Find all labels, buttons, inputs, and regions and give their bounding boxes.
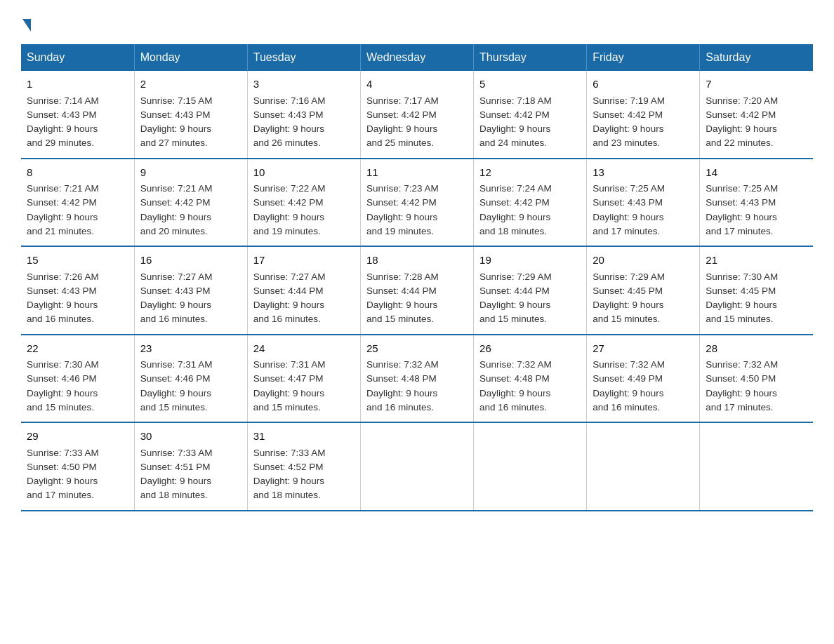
calendar-table: SundayMondayTuesdayWednesdayThursdayFrid… xyxy=(21,44,813,511)
day-info: Sunrise: 7:26 AMSunset: 4:43 PMDaylight:… xyxy=(27,271,99,325)
day-info: Sunrise: 7:32 AMSunset: 4:48 PMDaylight:… xyxy=(366,359,439,412)
calendar-cell: 27Sunrise: 7:32 AMSunset: 4:49 PMDayligh… xyxy=(587,335,700,423)
day-info: Sunrise: 7:30 AMSunset: 4:45 PMDaylight:… xyxy=(706,271,778,325)
calendar-cell: 21Sunrise: 7:30 AMSunset: 4:45 PMDayligh… xyxy=(700,246,813,335)
calendar-cell: 6Sunrise: 7:19 AMSunset: 4:42 PMDaylight… xyxy=(587,71,700,159)
day-number: 27 xyxy=(593,341,694,357)
calendar-cell: 24Sunrise: 7:31 AMSunset: 4:47 PMDayligh… xyxy=(247,335,360,423)
header-wednesday: Wednesday xyxy=(360,44,473,71)
day-info: Sunrise: 7:32 AMSunset: 4:49 PMDaylight:… xyxy=(593,359,665,412)
day-info: Sunrise: 7:20 AMSunset: 4:42 PMDaylight:… xyxy=(706,95,778,149)
day-info: Sunrise: 7:31 AMSunset: 4:46 PMDaylight:… xyxy=(140,359,213,412)
day-number: 3 xyxy=(253,76,355,93)
day-info: Sunrise: 7:23 AMSunset: 4:42 PMDaylight:… xyxy=(366,183,439,236)
day-info: Sunrise: 7:32 AMSunset: 4:50 PMDaylight:… xyxy=(706,359,778,412)
day-number: 1 xyxy=(27,76,128,93)
day-number: 13 xyxy=(593,165,694,181)
day-info: Sunrise: 7:30 AMSunset: 4:46 PMDaylight:… xyxy=(27,359,99,412)
calendar-cell: 12Sunrise: 7:24 AMSunset: 4:42 PMDayligh… xyxy=(474,159,587,247)
day-info: Sunrise: 7:28 AMSunset: 4:44 PMDaylight:… xyxy=(366,271,439,325)
calendar-cell: 10Sunrise: 7:22 AMSunset: 4:42 PMDayligh… xyxy=(247,159,360,247)
day-number: 26 xyxy=(479,341,581,357)
day-number: 18 xyxy=(366,253,468,269)
day-number: 20 xyxy=(593,253,694,269)
day-number: 24 xyxy=(253,341,355,357)
day-number: 22 xyxy=(27,341,128,357)
header-tuesday: Tuesday xyxy=(247,44,360,71)
day-info: Sunrise: 7:31 AMSunset: 4:47 PMDaylight:… xyxy=(253,359,326,412)
calendar-week-row: 1Sunrise: 7:14 AMSunset: 4:43 PMDaylight… xyxy=(21,71,813,159)
calendar-cell: 2Sunrise: 7:15 AMSunset: 4:43 PMDaylight… xyxy=(134,71,247,159)
day-info: Sunrise: 7:17 AMSunset: 4:42 PMDaylight:… xyxy=(366,95,439,149)
day-number: 10 xyxy=(253,165,355,181)
day-number: 8 xyxy=(27,165,128,181)
day-number: 25 xyxy=(366,341,468,357)
day-number: 19 xyxy=(479,253,581,269)
calendar-cell: 14Sunrise: 7:25 AMSunset: 4:43 PMDayligh… xyxy=(700,159,813,247)
day-info: Sunrise: 7:27 AMSunset: 4:44 PMDaylight:… xyxy=(253,271,326,325)
calendar-cell: 11Sunrise: 7:23 AMSunset: 4:42 PMDayligh… xyxy=(360,159,473,247)
calendar-cell: 26Sunrise: 7:32 AMSunset: 4:48 PMDayligh… xyxy=(474,335,587,423)
calendar-cell: 30Sunrise: 7:33 AMSunset: 4:51 PMDayligh… xyxy=(134,422,247,511)
calendar-cell: 13Sunrise: 7:25 AMSunset: 4:43 PMDayligh… xyxy=(587,159,700,247)
calendar-cell: 3Sunrise: 7:16 AMSunset: 4:43 PMDaylight… xyxy=(247,71,360,159)
day-number: 11 xyxy=(366,165,468,181)
calendar-week-row: 22Sunrise: 7:30 AMSunset: 4:46 PMDayligh… xyxy=(21,335,813,423)
calendar-cell: 5Sunrise: 7:18 AMSunset: 4:42 PMDaylight… xyxy=(474,71,587,159)
calendar-cell: 23Sunrise: 7:31 AMSunset: 4:46 PMDayligh… xyxy=(134,335,247,423)
logo-arrow-icon xyxy=(22,19,31,32)
day-info: Sunrise: 7:19 AMSunset: 4:42 PMDaylight:… xyxy=(593,95,665,149)
calendar-cell: 19Sunrise: 7:29 AMSunset: 4:44 PMDayligh… xyxy=(474,246,587,335)
day-info: Sunrise: 7:15 AMSunset: 4:43 PMDaylight:… xyxy=(140,95,213,149)
day-number: 14 xyxy=(706,165,807,181)
day-number: 15 xyxy=(27,253,128,269)
day-info: Sunrise: 7:25 AMSunset: 4:43 PMDaylight:… xyxy=(706,183,778,236)
day-info: Sunrise: 7:21 AMSunset: 4:42 PMDaylight:… xyxy=(27,183,99,236)
day-number: 16 xyxy=(140,253,241,269)
day-info: Sunrise: 7:16 AMSunset: 4:43 PMDaylight:… xyxy=(253,95,326,149)
day-number: 6 xyxy=(593,76,694,93)
calendar-cell: 25Sunrise: 7:32 AMSunset: 4:48 PMDayligh… xyxy=(360,335,473,423)
calendar-cell xyxy=(700,422,813,511)
calendar-cell: 1Sunrise: 7:14 AMSunset: 4:43 PMDaylight… xyxy=(21,71,134,159)
day-info: Sunrise: 7:32 AMSunset: 4:48 PMDaylight:… xyxy=(479,359,552,412)
calendar-cell: 7Sunrise: 7:20 AMSunset: 4:42 PMDaylight… xyxy=(700,71,813,159)
calendar-cell: 22Sunrise: 7:30 AMSunset: 4:46 PMDayligh… xyxy=(21,335,134,423)
header-saturday: Saturday xyxy=(700,44,813,71)
calendar-cell: 8Sunrise: 7:21 AMSunset: 4:42 PMDaylight… xyxy=(21,159,134,247)
calendar-cell xyxy=(474,422,587,511)
calendar-week-row: 8Sunrise: 7:21 AMSunset: 4:42 PMDaylight… xyxy=(21,159,813,247)
day-info: Sunrise: 7:33 AMSunset: 4:52 PMDaylight:… xyxy=(253,448,326,501)
calendar-cell: 18Sunrise: 7:28 AMSunset: 4:44 PMDayligh… xyxy=(360,246,473,335)
day-info: Sunrise: 7:27 AMSunset: 4:43 PMDaylight:… xyxy=(140,271,213,325)
day-number: 23 xyxy=(140,341,241,357)
day-info: Sunrise: 7:14 AMSunset: 4:43 PMDaylight:… xyxy=(27,95,99,149)
calendar-cell: 28Sunrise: 7:32 AMSunset: 4:50 PMDayligh… xyxy=(700,335,813,423)
day-info: Sunrise: 7:24 AMSunset: 4:42 PMDaylight:… xyxy=(479,183,552,236)
calendar-cell: 16Sunrise: 7:27 AMSunset: 4:43 PMDayligh… xyxy=(134,246,247,335)
day-number: 29 xyxy=(27,429,128,445)
calendar-cell: 4Sunrise: 7:17 AMSunset: 4:42 PMDaylight… xyxy=(360,71,473,159)
day-number: 7 xyxy=(706,76,807,93)
day-number: 30 xyxy=(140,429,241,445)
day-info: Sunrise: 7:33 AMSunset: 4:50 PMDaylight:… xyxy=(27,448,99,501)
day-info: Sunrise: 7:25 AMSunset: 4:43 PMDaylight:… xyxy=(593,183,665,236)
calendar-cell: 15Sunrise: 7:26 AMSunset: 4:43 PMDayligh… xyxy=(21,246,134,335)
day-number: 9 xyxy=(140,165,241,181)
day-info: Sunrise: 7:29 AMSunset: 4:45 PMDaylight:… xyxy=(593,271,665,325)
calendar-cell: 31Sunrise: 7:33 AMSunset: 4:52 PMDayligh… xyxy=(247,422,360,511)
day-number: 2 xyxy=(140,76,241,93)
day-info: Sunrise: 7:33 AMSunset: 4:51 PMDaylight:… xyxy=(140,448,213,501)
calendar-week-row: 15Sunrise: 7:26 AMSunset: 4:43 PMDayligh… xyxy=(21,246,813,335)
page-header xyxy=(21,14,813,30)
logo xyxy=(21,14,32,30)
calendar-cell: 20Sunrise: 7:29 AMSunset: 4:45 PMDayligh… xyxy=(587,246,700,335)
day-number: 17 xyxy=(253,253,355,269)
day-number: 4 xyxy=(366,76,468,93)
day-number: 12 xyxy=(479,165,581,181)
calendar-cell: 9Sunrise: 7:21 AMSunset: 4:42 PMDaylight… xyxy=(134,159,247,247)
header-friday: Friday xyxy=(587,44,700,71)
day-info: Sunrise: 7:29 AMSunset: 4:44 PMDaylight:… xyxy=(479,271,552,325)
day-number: 28 xyxy=(706,341,807,357)
header-thursday: Thursday xyxy=(474,44,587,71)
